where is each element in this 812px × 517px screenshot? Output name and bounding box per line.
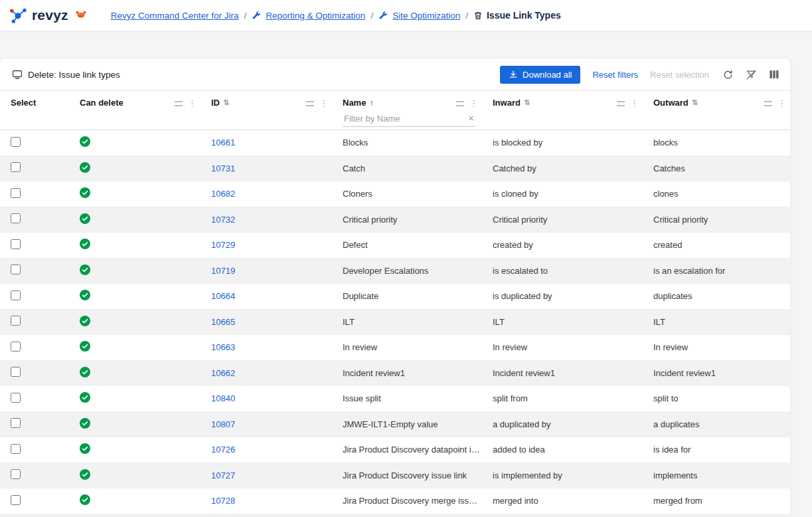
- row-select-checkbox[interactable]: [11, 264, 21, 274]
- row-id-link[interactable]: 10726: [211, 445, 235, 455]
- column-menu-icon[interactable]: ⋮: [777, 99, 786, 108]
- row-id-link[interactable]: 10682: [211, 189, 235, 199]
- row-id-link[interactable]: 10727: [211, 470, 235, 480]
- refresh-icon[interactable]: [721, 68, 735, 82]
- id-cell: 10731: [201, 163, 332, 173]
- breadcrumb-command-center[interactable]: Revyz Command Center for Jira: [111, 11, 239, 21]
- name-cell: ILT: [332, 317, 482, 327]
- sort-icon[interactable]: ⇅: [692, 98, 698, 107]
- column-filter-icon[interactable]: [764, 101, 772, 106]
- outward-cell: created: [643, 240, 790, 250]
- column-filter-icon[interactable]: [306, 101, 314, 106]
- id-cell: 10727: [201, 470, 332, 480]
- row-select-checkbox[interactable]: [11, 393, 21, 403]
- can-delete-cell: [69, 469, 201, 482]
- clear-filter-icon[interactable]: ×: [468, 112, 474, 124]
- can-delete-check-icon: [80, 239, 90, 249]
- header-inward[interactable]: Inward ⇅ ⋮: [482, 91, 643, 130]
- row-id-link[interactable]: 10665: [211, 317, 235, 327]
- table-body: 10661Blocksis blocked byblocks10731Catch…: [0, 130, 790, 514]
- sort-icon[interactable]: ⇅: [223, 98, 229, 107]
- row-select-checkbox[interactable]: [11, 137, 21, 147]
- row-select-checkbox[interactable]: [11, 213, 21, 223]
- column-filter-icon[interactable]: [617, 101, 625, 106]
- breadcrumb-issue-link-types: Issue Link Types: [473, 10, 561, 21]
- can-delete-cell: [69, 136, 201, 149]
- table-row: 10719Developer Escalationsis escalated t…: [0, 258, 790, 284]
- table-row: 10727Jira Product Discovery issue linkis…: [0, 463, 790, 489]
- row-id-link[interactable]: 10662: [211, 368, 235, 378]
- row-select-checkbox[interactable]: [11, 239, 21, 249]
- header-name[interactable]: Name ↑ ⋮ ×: [332, 91, 482, 130]
- inward-cell: is implemented by: [482, 470, 643, 480]
- columns-icon[interactable]: [768, 68, 781, 81]
- filter-off-icon[interactable]: [744, 68, 758, 82]
- row-id-link[interactable]: 10732: [211, 215, 235, 225]
- row-select-checkbox[interactable]: [11, 418, 21, 428]
- revyz-logo[interactable]: revyz: [8, 5, 87, 25]
- column-filter-icon[interactable]: [175, 101, 183, 106]
- select-cell: [0, 367, 69, 379]
- row-id-link[interactable]: 10729: [211, 240, 235, 250]
- column-filter-icon[interactable]: [456, 101, 464, 106]
- column-menu-icon[interactable]: ⋮: [319, 99, 328, 108]
- inward-cell: Critical priority: [482, 215, 643, 225]
- row-select-checkbox[interactable]: [11, 342, 21, 352]
- row-id-link[interactable]: 10728: [211, 496, 235, 506]
- row-select-checkbox[interactable]: [11, 162, 21, 172]
- table-row: 10728Jira Product Discovery merge issue …: [0, 488, 790, 514]
- table-header: Select Can delete ⋮ ID ⇅ ⋮ Name ↑: [0, 90, 790, 130]
- outward-cell: Incident review1: [643, 368, 790, 378]
- header-id[interactable]: ID ⇅ ⋮: [201, 91, 332, 130]
- row-id-link[interactable]: 10661: [211, 138, 235, 148]
- outward-cell: clones: [643, 189, 790, 199]
- can-delete-cell: [69, 316, 201, 328]
- reset-filters-button[interactable]: Reset filters: [592, 70, 638, 80]
- row-id-link[interactable]: 10663: [211, 342, 235, 352]
- row-select-checkbox[interactable]: [11, 316, 21, 326]
- row-id-link[interactable]: 10807: [211, 419, 235, 429]
- row-select-checkbox[interactable]: [11, 188, 21, 198]
- row-id-link[interactable]: 10664: [211, 291, 235, 301]
- can-delete-cell: [69, 162, 201, 175]
- select-cell: [0, 213, 69, 225]
- table-row: 10731CatchCatched byCatches: [0, 156, 790, 182]
- inward-cell: created by: [482, 240, 643, 250]
- row-select-checkbox[interactable]: [11, 469, 21, 479]
- can-delete-check-icon: [80, 367, 90, 377]
- row-select-checkbox[interactable]: [11, 290, 21, 300]
- outward-cell: is idea for: [643, 445, 790, 455]
- breadcrumb: Revyz Command Center for Jira / Reportin…: [111, 10, 561, 21]
- name-filter-input[interactable]: [343, 112, 475, 127]
- can-delete-check-icon: [80, 290, 90, 300]
- download-all-button[interactable]: Download all: [500, 66, 580, 84]
- outward-cell: duplicates: [643, 291, 790, 301]
- name-cell: Defect: [332, 240, 482, 250]
- row-id-link[interactable]: 10719: [211, 266, 235, 276]
- breadcrumb-site-optimization[interactable]: Site Optimization: [378, 11, 460, 21]
- column-menu-icon[interactable]: ⋮: [469, 99, 478, 108]
- name-cell: Jira Product Discovery datapoint issue l…: [332, 445, 482, 455]
- column-menu-icon[interactable]: ⋮: [188, 99, 197, 108]
- sort-icon[interactable]: ⇅: [524, 98, 530, 107]
- row-id-link[interactable]: 10840: [211, 393, 235, 403]
- panel-toolbar: Download all Reset filters Reset selecti…: [500, 66, 781, 84]
- row-select-checkbox[interactable]: [11, 495, 21, 505]
- row-select-checkbox[interactable]: [11, 367, 21, 377]
- breadcrumb-separator: /: [244, 11, 247, 21]
- name-cell: Cloners: [332, 189, 482, 199]
- can-delete-check-icon: [80, 187, 90, 198]
- download-icon: [509, 70, 518, 79]
- row-select-checkbox[interactable]: [11, 444, 21, 454]
- crab-icon: [75, 9, 87, 21]
- table-row: 10682Clonersis cloned byclones: [0, 181, 790, 207]
- inward-cell: Incident review1: [482, 368, 643, 378]
- name-cell: Developer Escalations: [332, 266, 482, 276]
- breadcrumb-reporting-optimization[interactable]: Reporting & Optimization: [252, 11, 365, 21]
- sort-ascending-icon[interactable]: ↑: [369, 98, 373, 108]
- column-menu-icon[interactable]: ⋮: [630, 99, 639, 108]
- header-outward[interactable]: Outward ⇅ ⋮: [643, 91, 790, 130]
- can-delete-cell: [69, 213, 201, 226]
- row-id-link[interactable]: 10731: [211, 163, 235, 173]
- can-delete-cell: [69, 418, 201, 431]
